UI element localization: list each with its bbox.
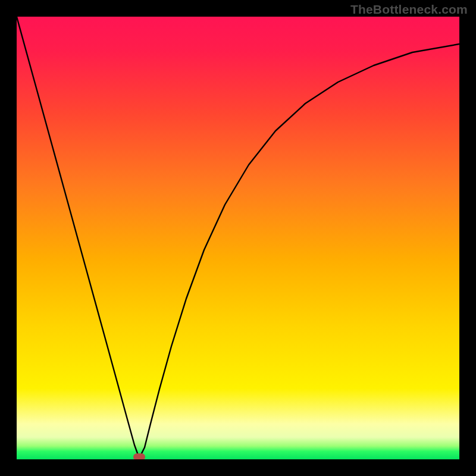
- plot-area: [17, 17, 459, 459]
- chart-frame: TheBottleneck.com: [0, 0, 476, 476]
- optimal-point-marker: [133, 453, 145, 459]
- bottleneck-curve: [17, 17, 459, 459]
- watermark-text: TheBottleneck.com: [350, 2, 468, 17]
